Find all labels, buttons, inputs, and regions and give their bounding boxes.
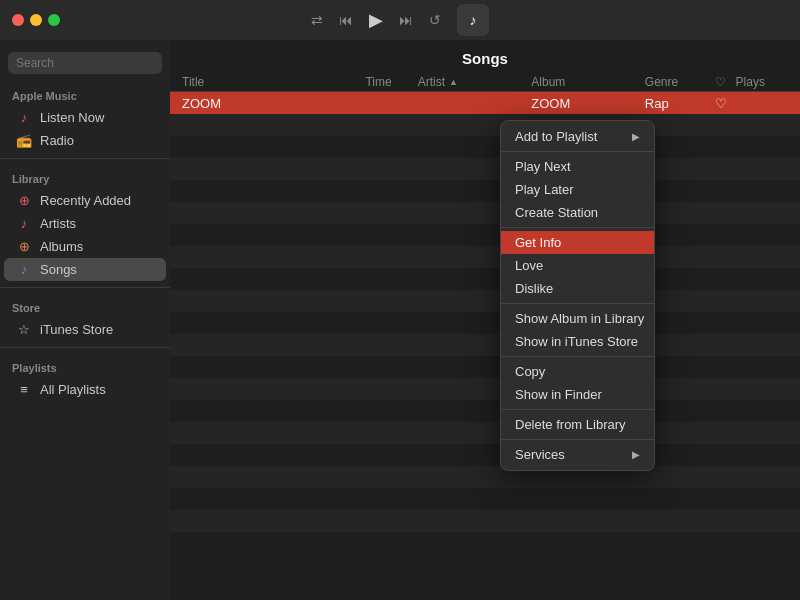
- menu-label: Copy: [515, 364, 545, 379]
- sidebar-item-artists[interactable]: ♪ Artists: [4, 212, 166, 235]
- menu-item-get-info[interactable]: Get Info: [501, 231, 654, 254]
- sidebar-item-all-playlists[interactable]: ≡ All Playlists: [4, 378, 166, 401]
- music-note-icon: ♪: [470, 12, 477, 28]
- menu-item-services[interactable]: Services ▶: [501, 443, 654, 466]
- menu-label: Show in Finder: [515, 387, 602, 402]
- close-button[interactable]: [12, 14, 24, 26]
- menu-item-play-later[interactable]: Play Later: [501, 178, 654, 201]
- row-title: ZOOM: [182, 96, 339, 111]
- sidebar-divider-2: [0, 287, 170, 288]
- content-area: Songs Title Time Artist ▲ Album Genre ♡ …: [170, 40, 800, 600]
- menu-label: Play Next: [515, 159, 571, 174]
- listen-now-icon: ♪: [16, 110, 32, 125]
- sidebar-item-label: Artists: [40, 216, 76, 231]
- col-header-time: Time: [365, 75, 417, 89]
- menu-item-add-to-playlist[interactable]: Add to Playlist ▶: [501, 125, 654, 148]
- artist-label: Artist: [418, 75, 445, 89]
- menu-label: Love: [515, 258, 543, 273]
- table-row[interactable]: [170, 136, 800, 158]
- maximize-button[interactable]: [48, 14, 60, 26]
- sidebar-item-label: Listen Now: [40, 110, 104, 125]
- sidebar-item-listen-now[interactable]: ♪ Listen Now: [4, 106, 166, 129]
- menu-item-show-in-finder[interactable]: Show in Finder: [501, 383, 654, 406]
- table-row[interactable]: [170, 510, 800, 532]
- menu-label: Services: [515, 447, 565, 462]
- menu-item-play-next[interactable]: Play Next: [501, 155, 654, 178]
- menu-label: Delete from Library: [515, 417, 626, 432]
- menu-label: Get Info: [515, 235, 561, 250]
- table-row[interactable]: [170, 378, 800, 400]
- table-row[interactable]: [170, 202, 800, 224]
- table-row[interactable]: [170, 466, 800, 488]
- table-row[interactable]: [170, 422, 800, 444]
- play-button[interactable]: ▶: [369, 9, 383, 31]
- sidebar-item-label: iTunes Store: [40, 322, 113, 337]
- table-row[interactable]: [170, 158, 800, 180]
- menu-divider: [501, 303, 654, 304]
- sidebar-item-label: Radio: [40, 133, 74, 148]
- next-button[interactable]: ⏭: [399, 12, 413, 28]
- menu-item-show-in-itunes-store[interactable]: Show in iTunes Store: [501, 330, 654, 353]
- table-row[interactable]: [170, 488, 800, 510]
- col-header-title: Title: [182, 75, 339, 89]
- table-row[interactable]: ZOOM ZOOM Rap ♡: [170, 92, 800, 114]
- sidebar-section-library: Library: [0, 165, 170, 189]
- row-album: ZOOM: [531, 96, 645, 111]
- table-row[interactable]: [170, 290, 800, 312]
- menu-item-copy[interactable]: Copy: [501, 360, 654, 383]
- artists-icon: ♪: [16, 216, 32, 231]
- menu-item-dislike[interactable]: Dislike: [501, 277, 654, 300]
- menu-item-love[interactable]: Love: [501, 254, 654, 277]
- menu-item-show-album-in-library[interactable]: Show Album in Library: [501, 307, 654, 330]
- col-header-genre: Genre: [645, 75, 715, 89]
- sidebar-item-label: Recently Added: [40, 193, 131, 208]
- table-row[interactable]: [170, 356, 800, 378]
- sidebar-item-label: Albums: [40, 239, 83, 254]
- menu-item-create-station[interactable]: Create Station: [501, 201, 654, 224]
- page-title: Songs: [170, 40, 800, 73]
- albums-icon: ⊕: [16, 239, 32, 254]
- table-row[interactable]: [170, 312, 800, 334]
- sidebar-divider-3: [0, 347, 170, 348]
- submenu-arrow-icon: ▶: [632, 449, 640, 460]
- table-row[interactable]: [170, 400, 800, 422]
- col-header-plays: Plays: [736, 75, 788, 89]
- shuffle-button[interactable]: ⇄: [311, 12, 323, 28]
- previous-button[interactable]: ⏮: [339, 12, 353, 28]
- menu-label: Play Later: [515, 182, 574, 197]
- sidebar-item-albums[interactable]: ⊕ Albums: [4, 235, 166, 258]
- table-header: Title Time Artist ▲ Album Genre ♡ Plays: [170, 73, 800, 92]
- menu-item-delete-from-library[interactable]: Delete from Library: [501, 413, 654, 436]
- context-menu: Add to Playlist ▶ Play Next Play Later C…: [500, 120, 655, 471]
- table-row[interactable]: [170, 224, 800, 246]
- sidebar-item-recently-added[interactable]: ⊕ Recently Added: [4, 189, 166, 212]
- table-row[interactable]: [170, 180, 800, 202]
- sidebar-item-songs[interactable]: ♪ Songs: [4, 258, 166, 281]
- sidebar: Apple Music ♪ Listen Now 📻 Radio Library…: [0, 40, 170, 600]
- repeat-button[interactable]: ↺: [429, 12, 441, 28]
- row-heart: ♡: [715, 96, 736, 111]
- sidebar-item-radio[interactable]: 📻 Radio: [4, 129, 166, 152]
- title-bar: ⇄ ⏮ ▶ ⏭ ↺ ♪: [0, 0, 800, 40]
- menu-label: Create Station: [515, 205, 598, 220]
- sidebar-item-itunes-store[interactable]: ☆ iTunes Store: [4, 318, 166, 341]
- music-icon-box: ♪: [457, 4, 489, 36]
- menu-divider: [501, 227, 654, 228]
- col-header-artist: Artist ▲: [418, 75, 532, 89]
- menu-label: Dislike: [515, 281, 553, 296]
- table-row[interactable]: [170, 334, 800, 356]
- table-row[interactable]: [170, 114, 800, 136]
- menu-divider: [501, 409, 654, 410]
- minimize-button[interactable]: [30, 14, 42, 26]
- menu-label: Add to Playlist: [515, 129, 597, 144]
- table-row[interactable]: [170, 246, 800, 268]
- menu-divider: [501, 439, 654, 440]
- table-body: ZOOM ZOOM Rap ♡: [170, 92, 800, 600]
- menu-label: Show Album in Library: [515, 311, 644, 326]
- table-row[interactable]: [170, 444, 800, 466]
- search-input[interactable]: [8, 52, 162, 74]
- sidebar-section-playlists: Playlists: [0, 354, 170, 378]
- sidebar-divider-1: [0, 158, 170, 159]
- table-row[interactable]: [170, 268, 800, 290]
- submenu-arrow-icon: ▶: [632, 131, 640, 142]
